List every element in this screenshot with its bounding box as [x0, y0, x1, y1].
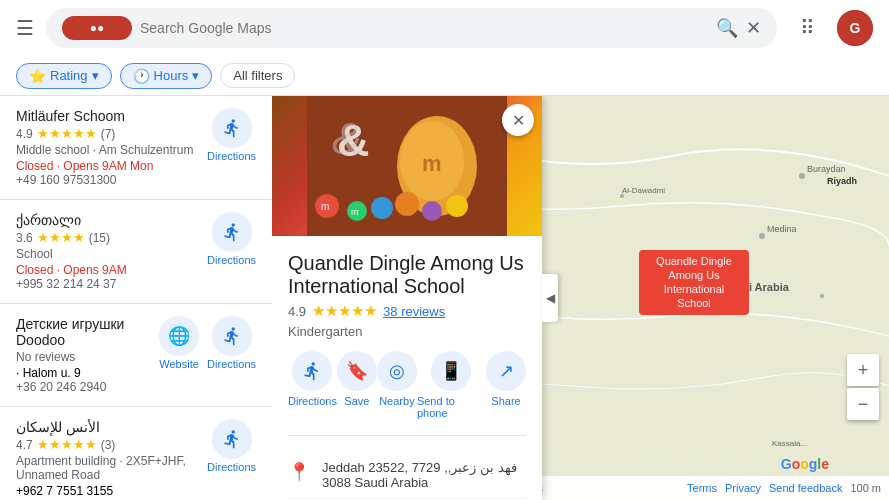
- item-name: الأنس للإسكان: [16, 419, 199, 435]
- item-type: Apartment building · 2X5F+JHF, Unnamed R…: [16, 454, 199, 482]
- website-icon: 🌐: [159, 316, 199, 356]
- list-item[interactable]: ქართალი 3.6 ★★★★ (15) School Closed · Op…: [0, 200, 272, 304]
- map-controls: + −: [847, 354, 879, 420]
- main-area: Mitläufer Schoom 4.9 ★★★★★ (7) Middle sc…: [0, 96, 889, 500]
- svg-text:Medina: Medina: [767, 224, 797, 234]
- reviews-link[interactable]: 38 reviews: [383, 304, 445, 319]
- search-input[interactable]: [140, 20, 708, 36]
- svg-text:Kassala...: Kassala...: [772, 439, 807, 448]
- chevron-down-icon: ▾: [92, 68, 99, 83]
- item-name: ქართალი: [16, 212, 199, 228]
- item-info: Детские игрушки Doodoo No reviews · Halo…: [16, 316, 151, 394]
- directions-button[interactable]: Directions: [207, 212, 256, 266]
- item-rating: 4.7 ★★★★★ (3): [16, 437, 199, 452]
- svg-point-30: [446, 195, 468, 217]
- send-to-phone-action[interactable]: 📱 Send to phone: [417, 351, 486, 419]
- directions-button[interactable]: Directions: [207, 316, 256, 370]
- detail-panel: m m m & &: [272, 96, 542, 500]
- place-image: m m m & &: [272, 96, 542, 236]
- item-phone: +36 20 246 2940: [16, 380, 151, 394]
- directions-icon: [212, 419, 252, 459]
- item-type: School: [16, 247, 199, 261]
- location-icon: 📍: [288, 461, 310, 483]
- share-icon: ↗: [486, 351, 526, 391]
- directions-icon: [212, 108, 252, 148]
- svg-text:Riyadh: Riyadh: [827, 176, 857, 186]
- google-logo: Google: [781, 456, 829, 472]
- directions-button[interactable]: Directions: [207, 419, 256, 473]
- address-row: 📍 Jeddah 23522, 7729 ,فهد بن زعبر, 3088 …: [288, 452, 526, 499]
- apps-icon[interactable]: ⠿: [789, 10, 825, 46]
- item-status: Closed · Opens 9AM Mon: [16, 159, 199, 173]
- chevron-down-icon: ▾: [192, 68, 199, 83]
- directions-button[interactable]: Directions: [207, 108, 256, 162]
- collapse-panel-button[interactable]: ◀: [542, 274, 558, 322]
- directions-icon: [292, 351, 332, 391]
- save-icon: 🔖: [337, 351, 377, 391]
- item-type: Middle school · Am Schulzentrum: [16, 143, 199, 157]
- svg-point-27: [371, 197, 393, 219]
- svg-point-28: [395, 192, 419, 216]
- map-footer-links: Terms Privacy Send feedback 100 m: [687, 482, 881, 494]
- place-name: Quandle Dingle Among Us International Sc…: [288, 252, 526, 298]
- svg-point-8: [820, 294, 824, 298]
- close-detail-button[interactable]: ✕: [502, 104, 534, 136]
- user-avatar[interactable]: G: [837, 10, 873, 46]
- detail-actions: Directions 🔖 Save ◎ Nearby 📱 Send to pho…: [288, 351, 526, 436]
- item-rating: 3.6 ★★★★ (15): [16, 230, 199, 245]
- svg-text:G: G: [850, 20, 861, 36]
- svg-text:m: m: [422, 151, 442, 176]
- item-phone: +49 160 97531300: [16, 173, 199, 187]
- item-info: Mitläufer Schoom 4.9 ★★★★★ (7) Middle sc…: [16, 108, 199, 187]
- svg-text:m: m: [321, 201, 329, 212]
- map-place-label[interactable]: Quandle Dingle Among Us International Sc…: [639, 250, 749, 315]
- detail-content: Quandle Dingle Among Us International Sc…: [272, 236, 542, 500]
- list-item[interactable]: الأنس للإسكان 4.7 ★★★★★ (3) Apartment bu…: [0, 407, 272, 500]
- item-info: ქართალი 3.6 ★★★★ (15) School Closed · Op…: [16, 212, 199, 291]
- directions-icon: [212, 316, 252, 356]
- place-rating: 4.9 ★★★★★ 38 reviews: [288, 302, 526, 320]
- close-icon[interactable]: ✕: [746, 17, 761, 39]
- item-info: الأنس للإسكان 4.7 ★★★★★ (3) Apartment bu…: [16, 419, 199, 498]
- top-bar: ☰ ●● 🔍 ✕ ⠿ G: [0, 0, 889, 56]
- directions-action[interactable]: Directions: [288, 351, 337, 419]
- sidebar: Mitläufer Schoom 4.9 ★★★★★ (7) Middle sc…: [0, 96, 272, 500]
- nearby-icon: ◎: [377, 351, 417, 391]
- send-to-phone-icon: 📱: [431, 351, 471, 391]
- share-action[interactable]: ↗ Share: [486, 351, 526, 419]
- item-actions: 🌐 Website Directions: [159, 316, 256, 370]
- zoom-out-button[interactable]: −: [847, 388, 879, 420]
- feedback-link[interactable]: Send feedback: [769, 482, 842, 494]
- save-action[interactable]: 🔖 Save: [337, 351, 377, 419]
- svg-text:&: &: [332, 113, 362, 164]
- privacy-link[interactable]: Privacy: [725, 482, 761, 494]
- search-icon[interactable]: 🔍: [716, 17, 738, 39]
- item-rating: 4.9 ★★★★★ (7): [16, 126, 199, 141]
- item-status: · Halom u. 9: [16, 366, 151, 380]
- item-name: Mitläufer Schoom: [16, 108, 199, 124]
- directions-icon: [212, 212, 252, 252]
- map-scale: 100 m: [850, 482, 881, 494]
- nearby-action[interactable]: ◎ Nearby: [377, 351, 417, 419]
- zoom-in-button[interactable]: +: [847, 354, 879, 386]
- item-type: No reviews: [16, 350, 151, 364]
- terms-link[interactable]: Terms: [687, 482, 717, 494]
- svg-text:Al-Dawadmi: Al-Dawadmi: [622, 186, 665, 195]
- list-item[interactable]: Mitläufer Schoom 4.9 ★★★★★ (7) Middle sc…: [0, 96, 272, 200]
- filter-rating[interactable]: ⭐ Rating ▾: [16, 63, 112, 89]
- list-item[interactable]: Детские игрушки Doodoo No reviews · Halo…: [0, 304, 272, 407]
- filter-all[interactable]: All filters: [220, 63, 295, 88]
- hamburger-icon[interactable]: ☰: [16, 16, 34, 40]
- search-box: ●● 🔍 ✕: [46, 8, 777, 48]
- item-name: Детские игрушки Doodoo: [16, 316, 151, 348]
- filter-bar: ⭐ Rating ▾ 🕐 Hours ▾ All filters: [0, 56, 889, 96]
- filter-hours[interactable]: 🕐 Hours ▾: [120, 63, 213, 89]
- item-phone: +995 32 214 24 37: [16, 277, 199, 291]
- clock-icon: 🕐: [133, 68, 150, 84]
- svg-point-4: [799, 173, 805, 179]
- website-button[interactable]: 🌐 Website: [159, 316, 199, 370]
- app-logo: ●●: [62, 16, 132, 40]
- svg-text:m: m: [351, 207, 359, 217]
- map-area[interactable]: Buraydan Medina Riyadh Afif Saudi Arabia…: [272, 96, 889, 500]
- svg-point-29: [422, 201, 442, 221]
